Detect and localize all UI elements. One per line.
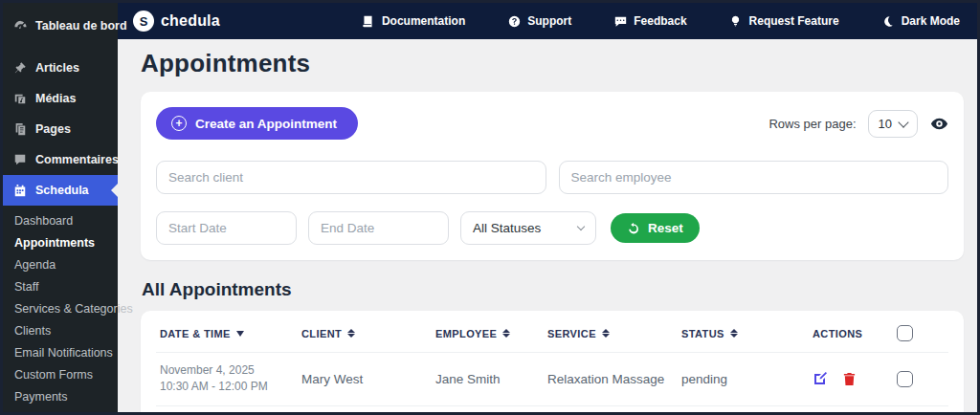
client-cell: Rick Owens	[298, 405, 432, 412]
column-header-select-all	[893, 313, 948, 353]
sidebar-item-pages[interactable]: Pages	[3, 114, 118, 144]
comment-icon	[12, 152, 28, 167]
book-icon	[362, 14, 375, 28]
submenu-item-custom-forms[interactable]: Custom Forms	[3, 363, 118, 385]
status-cell: pending	[678, 353, 809, 406]
appointments-table-card: DATE & TIME CLIENT EMPLOYEE SERVICE	[141, 311, 964, 412]
chevron-down-icon	[898, 117, 908, 127]
sort-icon	[347, 329, 355, 339]
sidebar-item-dashboard[interactable]: Tableau de bord	[3, 11, 118, 41]
reset-filters-button[interactable]: Reset	[611, 213, 700, 243]
column-header-service[interactable]: SERVICE	[544, 313, 678, 353]
sort-icon	[602, 329, 610, 339]
submenu-item-email-notifications[interactable]: Email Notifications	[3, 341, 118, 363]
chevron-down-icon	[577, 223, 585, 230]
sidebar-item-schedula[interactable]: Schedula	[3, 175, 118, 206]
media-icon	[12, 91, 28, 106]
date-time-cell: November 4, 2025 10:30 AM - 12:00 PM	[156, 353, 298, 406]
gauge-icon	[12, 18, 28, 33]
dark-mode-toggle[interactable]: Dark Mode	[881, 14, 960, 28]
service-cell: Men haircut	[544, 405, 678, 412]
service-cell: Relaxation Massage	[544, 353, 678, 406]
client-cell: Mary West	[298, 353, 432, 406]
start-date-input[interactable]	[156, 211, 297, 245]
edit-appointment-button[interactable]	[813, 371, 828, 386]
schedula-topbar: S chedula Documentation Support	[118, 3, 977, 39]
select-all-checkbox[interactable]	[897, 325, 913, 341]
brand-logo: S chedula	[133, 11, 220, 32]
support-link[interactable]: Support	[507, 14, 571, 28]
link-label: Feedback	[634, 14, 686, 28]
table-row: November 3, 2025 11:30 AM - 12:00 PM Ric…	[156, 405, 948, 412]
row-select-cell	[893, 353, 948, 406]
sort-desc-icon	[236, 331, 244, 337]
column-header-actions: ACTIONS	[809, 313, 893, 353]
sidebar-item-medias[interactable]: Médias	[3, 83, 118, 114]
submenu-item-agenda[interactable]: Agenda	[3, 253, 118, 275]
employee-cell: John Doe	[432, 405, 544, 412]
table-header-row: DATE & TIME CLIENT EMPLOYEE SERVICE	[156, 313, 948, 353]
table-row: November 4, 2025 10:30 AM - 12:00 PM Mar…	[156, 353, 948, 406]
column-header-status[interactable]: STATUS	[678, 313, 809, 353]
create-appointment-button[interactable]: + Create an Appointment	[156, 107, 358, 140]
appointments-table: DATE & TIME CLIENT EMPLOYEE SERVICE	[156, 313, 948, 412]
column-header-date-time[interactable]: DATE & TIME	[156, 313, 298, 353]
request-feature-link[interactable]: Request Feature	[729, 14, 839, 28]
logo-badge: S	[133, 11, 154, 32]
topbar-links: Documentation Support Feedback	[362, 14, 960, 28]
actions-cell	[809, 405, 893, 412]
submenu-item-services-categories[interactable]: Services & Categories	[3, 297, 118, 319]
sort-icon	[502, 329, 510, 339]
sort-icon	[730, 329, 738, 339]
submenu-item-payments[interactable]: Payments	[3, 385, 118, 407]
feedback-link[interactable]: Feedback	[613, 14, 686, 28]
reset-label: Reset	[648, 221, 683, 235]
refresh-icon	[627, 222, 640, 235]
documentation-link[interactable]: Documentation	[362, 14, 465, 28]
filters-card: + Create an Appointment Rows per page: 1…	[141, 92, 964, 260]
submenu-item-clients[interactable]: Clients	[3, 319, 118, 341]
sidebar-item-label: Commentaires	[35, 153, 119, 166]
rows-per-page-value: 10	[879, 117, 892, 131]
link-label: Request Feature	[749, 14, 839, 28]
link-label: Support	[527, 14, 571, 28]
logo-text: chedula	[161, 12, 220, 30]
submenu-item-staff[interactable]: Staff	[3, 275, 118, 297]
rows-per-page-select[interactable]: 10	[868, 110, 918, 138]
submenu-item-dashboard[interactable]: Dashboard	[3, 209, 118, 231]
column-visibility-eye-icon[interactable]	[929, 114, 948, 133]
rows-per-page-label: Rows per page:	[768, 117, 856, 131]
app-window: Tableau de bord Articles Médias Pages Co	[0, 0, 980, 415]
calendar-icon	[12, 183, 28, 198]
main-content: Appointments + Create an Appointment Row…	[118, 39, 977, 412]
employee-cell: Jane Smith	[432, 353, 544, 406]
search-employee-input[interactable]	[559, 161, 949, 194]
sidebar-item-commentaires[interactable]: Commentaires	[3, 144, 118, 175]
link-label: Dark Mode	[902, 14, 960, 28]
status-filter-select[interactable]: All Statuses	[460, 211, 596, 245]
submenu-item-appointments[interactable]: Appointments	[3, 231, 118, 253]
create-appointment-label: Create an Appointment	[195, 117, 337, 131]
delete-appointment-button[interactable]	[841, 371, 857, 386]
date-time-cell: November 3, 2025 11:30 AM - 12:00 PM	[156, 405, 298, 412]
column-header-employee[interactable]: EMPLOYEE	[432, 313, 544, 353]
link-label: Documentation	[382, 14, 465, 28]
sidebar-item-label: Pages	[35, 122, 71, 136]
sidebar-item-label: Médias	[35, 92, 76, 105]
sidebar-item-label: Articles	[35, 61, 79, 75]
end-date-input[interactable]	[308, 211, 449, 245]
help-circle-icon	[507, 14, 521, 28]
actions-cell	[809, 353, 893, 406]
row-select-cell	[893, 405, 948, 412]
search-client-input[interactable]	[156, 161, 546, 194]
sidebar-item-articles[interactable]: Articles	[3, 53, 118, 83]
submenu-item-settings[interactable]: Settings	[3, 407, 118, 415]
pages-icon	[12, 121, 28, 137]
status-filter-value: All Statuses	[473, 221, 541, 235]
column-header-client[interactable]: CLIENT	[298, 313, 432, 353]
sidebar-item-label: Tableau de bord	[35, 19, 127, 33]
row-checkbox[interactable]	[897, 371, 913, 387]
lightbulb-icon	[729, 14, 743, 28]
sidebar-item-label: Schedula	[35, 184, 89, 197]
plus-circle-icon: +	[171, 116, 187, 131]
